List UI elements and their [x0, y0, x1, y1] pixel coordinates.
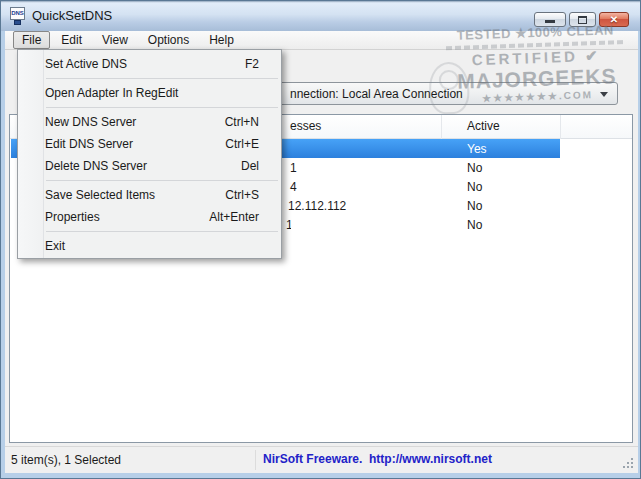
menu-item-label: New DNS Server	[45, 115, 136, 129]
menu-item-shortcut: Ctrl+E	[225, 133, 259, 155]
chevron-down-icon[interactable]	[600, 92, 608, 97]
menu-item-label: Delete DNS Server	[45, 159, 147, 173]
menubar-item-edit[interactable]: Edit	[52, 31, 91, 49]
menu-separator	[18, 177, 281, 184]
menubar-item-options[interactable]: Options	[139, 31, 198, 49]
menu-item-exit[interactable]: Exit	[18, 235, 281, 257]
menubar-item-help[interactable]: Help	[200, 31, 243, 49]
menu-item-shortcut: Ctrl+S	[225, 184, 259, 206]
menu-separator	[18, 104, 281, 111]
menu-item-label: Save Selected Items	[45, 188, 155, 202]
statusbar-divider	[255, 450, 256, 470]
menu-item-label: Edit DNS Server	[45, 137, 133, 151]
menubar-item-file[interactable]: File	[13, 31, 50, 49]
menubar: File Edit View Options Help	[5, 31, 638, 50]
status-items-count: 5 item(s), 1 Selected	[11, 453, 121, 467]
menu-item-edit-dns-server[interactable]: Edit DNS Server Ctrl+E	[18, 133, 281, 155]
menu-separator	[18, 228, 281, 235]
menu-item-open-adapter-in-regedit[interactable]: Open Adapter In RegEdit	[18, 82, 281, 104]
menu-item-set-active-dns[interactable]: Set Active DNS F2	[18, 53, 281, 75]
menu-item-label: Set Active DNS	[45, 57, 127, 71]
menubar-item-view[interactable]: View	[93, 31, 137, 49]
close-button[interactable]: ✕	[599, 12, 629, 27]
resize-grip[interactable]	[631, 466, 633, 468]
maximize-button[interactable]	[569, 12, 596, 27]
column-separator[interactable]	[560, 115, 561, 139]
menu-item-shortcut: Del	[241, 155, 259, 177]
app-window: DNS QuickSetDNS ✕ File Edit View Options…	[0, 0, 641, 479]
cell-dns-addresses: 1	[286, 218, 291, 232]
file-menu-popup: Set Active DNS F2 Open Adapter In RegEdi…	[17, 49, 282, 259]
cell-active: No	[467, 180, 482, 194]
dns-app-icon: DNS	[10, 7, 27, 25]
close-icon: ✕	[610, 15, 618, 25]
menu-item-delete-dns-server[interactable]: Delete DNS Server Del	[18, 155, 281, 177]
cell-active: No	[467, 218, 482, 232]
cell-active: No	[467, 199, 482, 213]
menu-item-new-dns-server[interactable]: New DNS Server Ctrl+N	[18, 111, 281, 133]
menu-item-label: Exit	[45, 239, 65, 253]
cell-active: No	[467, 161, 482, 175]
minimize-button[interactable]	[534, 12, 566, 27]
connection-combobox-value: nnection: Local Area Connection	[290, 87, 463, 101]
menu-item-shortcut: Alt+Enter	[209, 206, 259, 228]
cell-dns-addresses: 12.112.112	[288, 199, 346, 213]
menu-item-shortcut: F2	[245, 53, 259, 75]
cell-active: Yes	[467, 142, 487, 156]
menu-separator	[18, 75, 281, 82]
minimize-icon	[545, 20, 555, 23]
statusbar: 5 item(s), 1 Selected NirSoft Freeware. …	[5, 446, 638, 473]
menu-item-save-selected-items[interactable]: Save Selected Items Ctrl+S	[18, 184, 281, 206]
nirsoft-freeware-link[interactable]: NirSoft Freeware. http://www.nirsoft.net	[263, 452, 492, 466]
menu-item-properties[interactable]: Properties Alt+Enter	[18, 206, 281, 228]
dns-icon-monitor	[14, 20, 21, 25]
menu-item-label: Open Adapter In RegEdit	[45, 86, 178, 100]
maximize-icon	[578, 16, 587, 24]
dns-icon-page: DNS	[10, 7, 25, 20]
column-header-addresses[interactable]: esses	[290, 119, 321, 133]
cell-dns-addresses: 1	[290, 161, 297, 175]
menu-item-shortcut: Ctrl+N	[225, 111, 259, 133]
column-separator[interactable]	[441, 115, 442, 139]
column-header-active[interactable]: Active	[467, 119, 500, 133]
menu-item-label: Properties	[45, 210, 100, 224]
titlebar[interactable]: DNS QuickSetDNS ✕	[1, 1, 641, 31]
window-title: QuickSetDNS	[32, 8, 112, 23]
cell-dns-addresses: 4	[290, 180, 297, 194]
